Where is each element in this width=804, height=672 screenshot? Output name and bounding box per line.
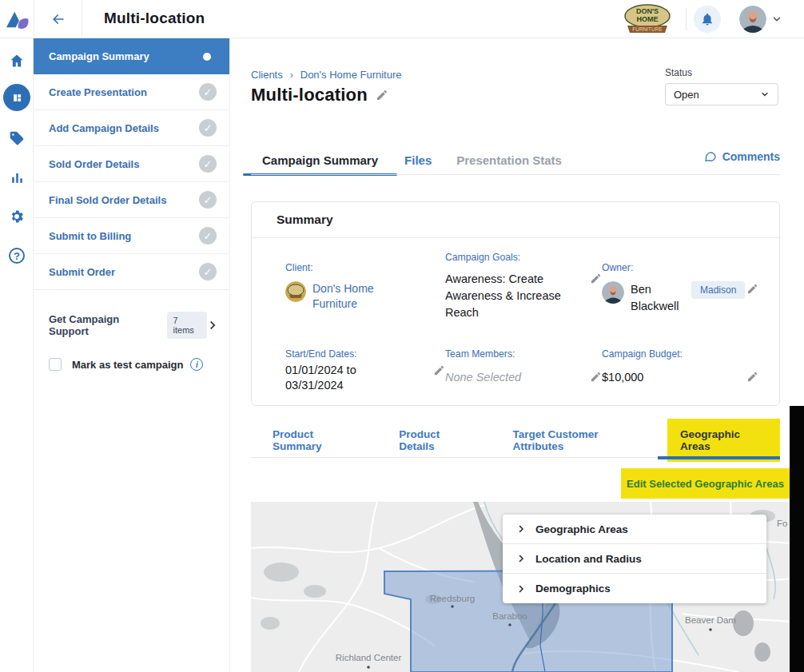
chevron-right-icon: [516, 584, 526, 594]
tab-campaign-summary[interactable]: Campaign Summary: [251, 147, 389, 173]
test-campaign-row: Mark as test campaign i: [34, 358, 229, 371]
notifications-button[interactable]: [694, 6, 721, 33]
tab-files[interactable]: Files: [393, 147, 443, 173]
arrow-left-icon: [50, 11, 66, 27]
settings-gear-icon[interactable]: [0, 200, 34, 233]
breadcrumb-separator: ›: [290, 70, 293, 81]
items-count-badge: 7 items: [167, 312, 208, 339]
sidebar-item-create-presentation[interactable]: Create Presentation ✓: [34, 74, 229, 110]
check-circle-icon: ✓: [199, 119, 217, 137]
chevron-down-icon: [760, 89, 770, 99]
subtab-product-summary[interactable]: Product Summary: [273, 428, 360, 452]
breadcrumb-client-name[interactable]: Don's Home Furniture: [301, 69, 402, 81]
map-label-reedsburg: Reedsburg: [430, 594, 475, 603]
chart-icon[interactable]: [0, 161, 34, 194]
svg-text:HOME: HOME: [637, 15, 659, 23]
check-circle-icon: ✓: [199, 227, 217, 245]
test-campaign-checkbox[interactable]: [49, 358, 62, 371]
subtab-target-customer-attributes[interactable]: Target Customer Attributes: [512, 428, 643, 452]
top-bar: Multi-location DON'S HOME FURNITURE: [0, 0, 804, 38]
owner-name: Ben Blackwell: [631, 281, 685, 315]
field-client: Client: Don's Home Furniture: [285, 262, 445, 321]
breadcrumb-clients[interactable]: Clients: [251, 69, 283, 81]
check-circle-icon: ✓: [199, 191, 217, 209]
subtab-product-details[interactable]: Product Details: [399, 428, 473, 452]
comments-button[interactable]: Comments: [704, 150, 780, 163]
status-select[interactable]: Open: [665, 83, 778, 105]
topbar-divider: [686, 8, 687, 30]
icon-rail: ?: [0, 38, 34, 672]
svg-text:DON'S: DON'S: [636, 7, 659, 15]
page-title: Multi-location: [251, 85, 368, 105]
comment-bubble-icon: [704, 150, 717, 163]
home-icon[interactable]: [0, 44, 34, 78]
tag-icon[interactable]: [0, 121, 34, 155]
map-filters-panel: Geographic Areas Location and Radius Dem…: [503, 515, 766, 603]
campaign-steps-sidebar: Campaign Summary Create Presentation ✓ A…: [34, 38, 230, 672]
tab-presentation-stats[interactable]: Presentation Stats: [445, 147, 573, 173]
map-label-cutoff: Fo: [777, 519, 787, 528]
field-dates: Start/End Dates: 01/01/2024 to 03/31/202…: [285, 348, 445, 393]
chevron-right-icon: [516, 554, 526, 563]
summary-card-header: Summary: [252, 202, 779, 238]
accordion-demographics[interactable]: Demographics: [503, 574, 766, 603]
client-logo-image: DON'S HOME FURNITURE: [623, 3, 672, 35]
chevron-down-icon[interactable]: [771, 14, 782, 25]
map-label-beaver-dam: Beaver Dam: [685, 615, 736, 625]
field-owner: Owner: Ben Blackwell Madison: [602, 262, 758, 321]
edit-selected-geographic-areas-link[interactable]: Edit Selected Geographic Areas: [621, 468, 790, 499]
map-label-richland-center: Richland Center: [336, 653, 402, 662]
screenshot-black-strip: [790, 406, 804, 672]
status-value: Open: [674, 89, 699, 101]
info-icon[interactable]: i: [190, 358, 203, 371]
edit-team-pencil-icon[interactable]: [590, 369, 602, 383]
back-button[interactable]: [34, 0, 82, 38]
edit-budget-pencil-icon[interactable]: [746, 369, 758, 383]
check-circle-icon: ✓: [199, 263, 217, 280]
user-avatar[interactable]: [739, 6, 766, 33]
check-circle-icon: ✓: [199, 83, 217, 101]
client-logo-avatar: [285, 281, 306, 302]
edit-goals-pencil-icon[interactable]: [590, 271, 602, 284]
sidebar-item-add-campaign-details[interactable]: Add Campaign Details ✓: [34, 110, 229, 146]
sidebar-item-campaign-summary[interactable]: Campaign Summary: [34, 38, 229, 74]
edit-title-pencil-icon[interactable]: [376, 89, 388, 101]
subtab-geographic-areas[interactable]: Geographic Areas: [667, 419, 780, 462]
help-icon[interactable]: ?: [0, 239, 34, 272]
sidebar-item-submit-to-billing[interactable]: Submit to Billing ✓: [34, 218, 229, 254]
field-campaign-goals: Campaign Goals: Awareness: Create Awaren…: [445, 262, 602, 321]
accordion-geographic-areas[interactable]: Geographic Areas: [503, 515, 766, 544]
map-label-baraboo: Baraboo: [492, 611, 527, 621]
field-budget: Campaign Budget: $10,000: [602, 348, 758, 393]
dashboard-icon[interactable]: [3, 84, 30, 111]
detail-subtabs: Product Summary Product Details Target C…: [251, 423, 780, 459]
sidebar-item-sold-order-details[interactable]: Sold Order Details ✓: [34, 146, 229, 182]
status-label: Status: [665, 67, 778, 78]
owner-avatar: [602, 281, 624, 304]
get-campaign-support-button[interactable]: Get Campaign Support 7 items: [34, 312, 229, 339]
field-team-members: Team Members: None Selected: [445, 348, 602, 393]
edit-owner-pencil-icon[interactable]: [746, 281, 758, 295]
active-dot: [203, 53, 211, 61]
summary-card: Summary Client: Don's Home Furniture Cam…: [251, 201, 780, 406]
app-logo-icon[interactable]: [6, 8, 30, 30]
app-window: Multi-location DON'S HOME FURNITURE: [0, 0, 804, 672]
accordion-location-and-radius[interactable]: Location and Radius: [503, 544, 766, 574]
campaign-tabs: Campaign Summary Files Presentation Stat…: [251, 147, 780, 176]
owner-market-badge: Madison: [691, 281, 745, 299]
tabs-divider: [251, 174, 780, 175]
breadcrumb: Clients › Don's Home Furniture: [251, 69, 402, 81]
window-title: Multi-location: [104, 10, 205, 27]
sidebar-item-final-sold-order-details[interactable]: Final Sold Order Details ✓: [34, 182, 229, 218]
client-link[interactable]: Don's Home Furniture: [312, 281, 386, 312]
edit-dates-pencil-icon[interactable]: [433, 363, 445, 376]
bell-icon: [700, 12, 714, 26]
svg-text:FURNITURE: FURNITURE: [632, 26, 663, 32]
sidebar-item-submit-order[interactable]: Submit Order ✓: [34, 254, 229, 290]
check-circle-icon: ✓: [199, 155, 217, 173]
chevron-right-icon: [207, 320, 218, 331]
chevron-right-icon: [516, 524, 526, 534]
geographic-areas-map[interactable]: Reedsburg Baraboo Richland Center Beaver…: [251, 502, 790, 672]
main-content: Clients › Don's Home Furniture Multi-loc…: [230, 38, 804, 672]
active-subtab-underline: [658, 456, 780, 459]
